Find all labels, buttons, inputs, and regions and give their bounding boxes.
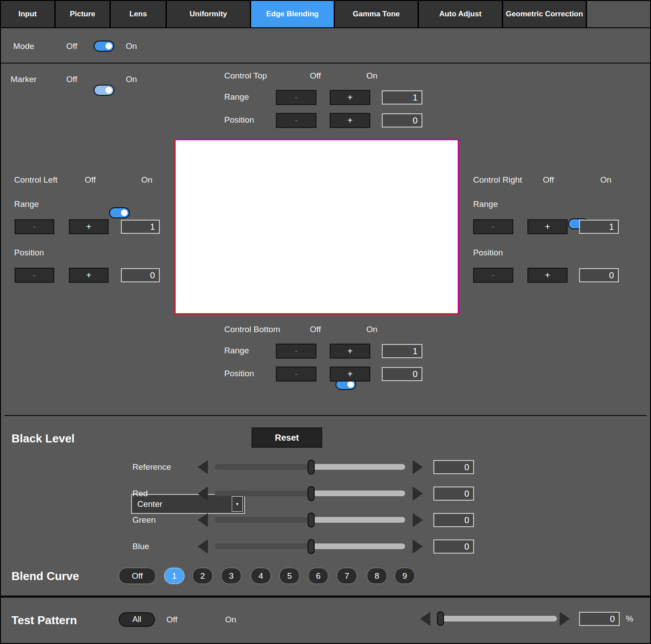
control-bottom-range-plus-button[interactable]: + bbox=[330, 344, 370, 359]
reference-slider-thumb[interactable] bbox=[308, 460, 315, 475]
control-left-range-plus-button[interactable]: + bbox=[69, 219, 109, 234]
control-bottom-on-label: On bbox=[366, 324, 377, 335]
plus-icon: + bbox=[347, 346, 353, 356]
blend-curve-6-button[interactable]: 6 bbox=[308, 568, 328, 584]
control-right-range-plus-button[interactable]: + bbox=[527, 219, 568, 234]
control-top-range-minus-button[interactable]: - bbox=[276, 90, 316, 105]
percent-label: % bbox=[626, 613, 633, 625]
green-value[interactable]: 0 bbox=[433, 513, 474, 527]
green-increase-arrow-icon[interactable] bbox=[413, 513, 423, 527]
control-right-position-label: Position bbox=[473, 247, 503, 258]
green-slider-thumb[interactable] bbox=[308, 513, 315, 528]
blend-curve-4-button[interactable]: 4 bbox=[251, 568, 271, 584]
control-right-position-value[interactable]: 0 bbox=[579, 268, 619, 282]
control-left-position-minus-button[interactable]: - bbox=[15, 268, 54, 283]
mode-off-label: Off bbox=[66, 41, 77, 52]
control-top-position-value[interactable]: 0 bbox=[382, 113, 422, 127]
control-bottom-toggle-knob bbox=[347, 381, 354, 388]
blend-curve-5-button[interactable]: 5 bbox=[279, 568, 300, 584]
blend-curve-7-button[interactable]: 7 bbox=[337, 568, 357, 584]
red-increase-arrow-icon[interactable] bbox=[413, 487, 423, 501]
test-pattern-slider-track[interactable] bbox=[437, 616, 557, 622]
tab-edge-blending[interactable]: Edge Blending bbox=[251, 1, 334, 27]
blend-curve-8-button[interactable]: 8 bbox=[367, 568, 387, 584]
green-decrease-arrow-icon[interactable] bbox=[198, 513, 208, 527]
test-pattern-slider-thumb[interactable] bbox=[437, 611, 444, 626]
reference-value[interactable]: 0 bbox=[433, 460, 474, 474]
control-right-range-minus-button[interactable]: - bbox=[473, 219, 513, 234]
test-pattern-all-button[interactable]: All bbox=[119, 612, 155, 627]
control-bottom-position-minus-button[interactable]: - bbox=[276, 367, 316, 382]
marker-toggle[interactable] bbox=[94, 85, 114, 96]
minus-icon: - bbox=[295, 347, 297, 356]
minus-icon: - bbox=[492, 222, 495, 232]
control-right-position-minus-button[interactable]: - bbox=[473, 268, 513, 283]
control-bottom-range-value[interactable]: 1 bbox=[382, 344, 422, 358]
blue-decrease-arrow-icon[interactable] bbox=[198, 539, 208, 554]
tab-auto-adjust[interactable]: Auto Adjust bbox=[419, 1, 502, 27]
control-right-range-label: Range bbox=[473, 198, 498, 210]
control-top-position-plus-button[interactable]: + bbox=[330, 113, 370, 128]
blue-increase-arrow-icon[interactable] bbox=[413, 539, 423, 554]
control-top-range-value[interactable]: 1 bbox=[382, 90, 422, 105]
test-pattern-off-label: Off bbox=[166, 614, 177, 625]
reset-button-label: Reset bbox=[275, 433, 299, 443]
edge-blending-window: Input Picture Lens Uniformity Edge Blend… bbox=[0, 0, 651, 644]
red-value[interactable]: 0 bbox=[433, 487, 474, 501]
control-bottom-position-plus-button[interactable]: + bbox=[330, 367, 370, 382]
control-right-on-label: On bbox=[600, 174, 611, 186]
control-top-position-minus-button[interactable]: - bbox=[276, 113, 316, 128]
marker-on-label: On bbox=[126, 74, 137, 85]
control-left-range-value[interactable]: 1 bbox=[121, 220, 160, 234]
test-pattern-increase-arrow-icon[interactable] bbox=[560, 612, 570, 626]
control-bottom-range-minus-button[interactable]: - bbox=[276, 344, 316, 359]
plus-icon: + bbox=[347, 369, 353, 379]
blend-curve-off-button[interactable]: Off bbox=[119, 568, 156, 584]
control-right-label: Control Right bbox=[473, 174, 522, 186]
plus-icon: + bbox=[347, 93, 353, 103]
control-right-range-value[interactable]: 1 bbox=[579, 220, 619, 234]
control-left-range-minus-button[interactable]: - bbox=[15, 219, 54, 234]
mode-label: Mode bbox=[13, 41, 34, 52]
red-decrease-arrow-icon[interactable] bbox=[198, 487, 208, 501]
mode-toggle[interactable] bbox=[94, 41, 114, 52]
tab-gamma-tone[interactable]: Gamma Tone bbox=[335, 1, 418, 27]
black-level-area-select[interactable]: Center ▼ bbox=[131, 494, 245, 514]
blend-curve-9-button[interactable]: 9 bbox=[395, 568, 415, 584]
control-left-position-value[interactable]: 0 bbox=[121, 268, 160, 282]
tab-geometric-correction[interactable]: Geometric Correction bbox=[503, 1, 586, 27]
blue-value[interactable]: 0 bbox=[433, 539, 474, 554]
blend-curve-2-button[interactable]: 2 bbox=[192, 568, 213, 584]
minus-icon: - bbox=[33, 222, 36, 232]
reference-increase-arrow-icon[interactable] bbox=[413, 460, 423, 474]
dropdown-arrow-icon[interactable]: ▼ bbox=[232, 496, 243, 512]
blue-slider-thumb[interactable] bbox=[308, 539, 315, 554]
control-top-range-plus-button[interactable]: + bbox=[330, 90, 370, 105]
blue-slider-label: Blue bbox=[132, 541, 149, 552]
tab-uniformity[interactable]: Uniformity bbox=[167, 1, 250, 27]
test-pattern-on-label: On bbox=[225, 614, 236, 625]
control-bottom-position-value[interactable]: 0 bbox=[382, 367, 422, 381]
tab-input[interactable]: Input bbox=[1, 1, 54, 27]
test-pattern-decrease-arrow-icon[interactable] bbox=[420, 612, 430, 626]
test-pattern-level-value[interactable]: 0 bbox=[579, 612, 620, 626]
blend-curve-3-button[interactable]: 3 bbox=[221, 568, 241, 584]
control-right-position-plus-button[interactable]: + bbox=[527, 268, 568, 283]
tab-picture[interactable]: Picture bbox=[56, 1, 109, 27]
control-left-toggle[interactable] bbox=[109, 207, 130, 218]
blend-curve-1-button[interactable]: 1 bbox=[164, 568, 184, 584]
reference-decrease-arrow-icon[interactable] bbox=[198, 460, 208, 474]
control-left-toggle-knob bbox=[121, 210, 128, 216]
black-level-reset-button[interactable]: Reset bbox=[252, 427, 322, 448]
tab-empty bbox=[587, 1, 650, 27]
minus-icon: - bbox=[295, 93, 297, 102]
plus-icon: + bbox=[545, 222, 550, 232]
control-left-range-label: Range bbox=[14, 198, 39, 210]
black-level-title: Black Level bbox=[11, 431, 75, 446]
control-left-position-plus-button[interactable]: + bbox=[69, 268, 109, 283]
control-top-position-label: Position bbox=[224, 114, 254, 126]
test-pattern-title: Test Pattern bbox=[11, 613, 77, 628]
red-slider-thumb[interactable] bbox=[308, 486, 315, 501]
tab-lens[interactable]: Lens bbox=[111, 1, 166, 27]
marker-toggle-knob bbox=[105, 87, 112, 94]
